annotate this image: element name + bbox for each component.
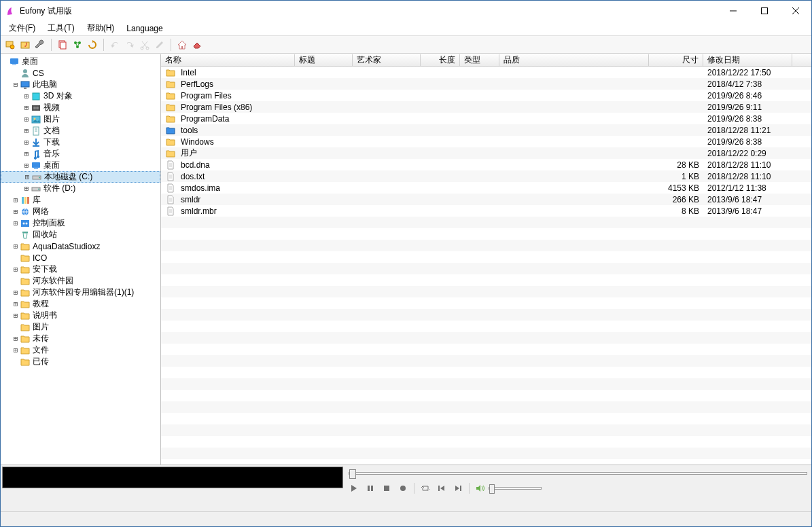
prev-button[interactable]: [436, 483, 447, 494]
file-list[interactable]: Intel2018/12/22 17:50PerfLogs2018/4/12 7…: [161, 67, 811, 465]
col-header-artist[interactable]: 艺术家: [353, 54, 421, 66]
tb-undo-icon[interactable]: [108, 38, 122, 52]
tree-node[interactable]: ·图片: [1, 321, 160, 333]
menu-language[interactable]: Language: [121, 22, 168, 35]
tree-node[interactable]: ·回收站: [1, 229, 160, 240]
expand-icon[interactable]: ⊞: [22, 138, 31, 147]
menu-help[interactable]: 帮助(H): [82, 21, 120, 35]
stop-button[interactable]: [381, 483, 392, 494]
file-row[interactable]: smldr266 KB2013/9/6 18:47: [161, 194, 811, 205]
close-button[interactable]: [780, 1, 811, 21]
expand-icon[interactable]: ⊞: [12, 196, 20, 204]
file-row[interactable]: ProgramData2019/9/26 8:38: [161, 113, 811, 124]
next-button[interactable]: [453, 483, 463, 494]
tree-node[interactable]: ⊞教程: [1, 298, 160, 310]
expand-icon[interactable]: ⊞: [12, 265, 20, 274]
tb-refresh-icon[interactable]: [86, 38, 99, 52]
tb-music-folder-icon[interactable]: ♪: [18, 38, 32, 52]
tree-node[interactable]: ⊞库: [1, 194, 160, 206]
tb-playlist-icon[interactable]: [3, 38, 17, 52]
col-header-quality[interactable]: 品质: [499, 54, 649, 66]
tree-node[interactable]: ⊞软件 (D:): [1, 183, 160, 194]
tree-node[interactable]: ⊞图片: [1, 113, 160, 125]
expand-icon[interactable]: ⊞: [12, 242, 20, 251]
tree-node[interactable]: ⊞说明书: [1, 310, 160, 321]
tree-node[interactable]: ⊞控制面板: [1, 217, 160, 229]
expand-icon[interactable]: ⊞: [22, 92, 31, 101]
volume-slider[interactable]: [489, 487, 542, 490]
file-row[interactable]: tools2018/12/28 11:21: [161, 124, 811, 136]
file-row[interactable]: 用户2018/12/22 0:29: [161, 147, 811, 159]
expand-icon[interactable]: ⊞: [12, 288, 20, 297]
expand-icon[interactable]: ⊞: [12, 207, 20, 216]
col-header-type[interactable]: 类型: [460, 54, 499, 66]
file-row[interactable]: Intel2018/12/22 17:50: [161, 67, 811, 78]
file-row[interactable]: Program Files2019/9/26 8:46: [161, 90, 811, 101]
tree-node[interactable]: ·桌面: [1, 56, 160, 67]
file-row[interactable]: Windows2019/9/26 8:38: [161, 136, 811, 147]
tree-node[interactable]: ·CS: [1, 67, 160, 79]
tree-node[interactable]: ⊟此电脑: [1, 79, 160, 90]
tree-node[interactable]: ⊞音乐: [1, 148, 160, 160]
tree-node[interactable]: ⊞安下载: [1, 264, 160, 275]
tree-node[interactable]: ⊞网络: [1, 206, 160, 217]
expand-icon[interactable]: ⊞: [12, 311, 20, 320]
seek-bar[interactable]: [349, 468, 807, 479]
tree-node[interactable]: ⊞下载: [1, 137, 160, 148]
tb-home-icon[interactable]: [175, 38, 189, 52]
tree-node[interactable]: ⊞文件: [1, 344, 160, 356]
record-button[interactable]: [398, 483, 408, 494]
tb-eraser-icon[interactable]: [190, 38, 204, 52]
repeat-button[interactable]: [420, 483, 431, 494]
expand-icon[interactable]: ⊞: [12, 346, 20, 355]
collapse-icon[interactable]: ⊟: [12, 80, 20, 89]
expand-icon[interactable]: ⊞: [22, 184, 31, 193]
tree-node[interactable]: ·ICO: [1, 252, 160, 264]
expand-icon[interactable]: ⊞: [23, 172, 31, 181]
col-header-date[interactable]: 修改日期: [703, 54, 792, 66]
tree-node[interactable]: ⊞视频: [1, 102, 160, 113]
minimize-button[interactable]: [718, 1, 749, 21]
tree-node[interactable]: ⊞桌面: [1, 160, 160, 171]
expand-icon[interactable]: ⊞: [22, 149, 31, 158]
menu-tools[interactable]: 工具(T): [42, 21, 80, 35]
file-row[interactable]: smdos.ima4153 KB2012/1/12 11:38: [161, 182, 811, 194]
expand-icon[interactable]: ⊞: [22, 103, 31, 112]
expand-icon[interactable]: ⊞: [12, 299, 20, 308]
file-row[interactable]: smldr.mbr8 KB2013/9/6 18:47: [161, 205, 811, 217]
volume-icon[interactable]: [475, 483, 486, 494]
col-header-title[interactable]: 标题: [295, 54, 353, 66]
expand-icon[interactable]: ⊞: [22, 161, 31, 170]
expand-icon[interactable]: ⊞: [22, 115, 31, 124]
tree-node[interactable]: ·河东软件园: [1, 275, 160, 287]
folder-icon: [20, 253, 31, 264]
expand-icon[interactable]: ⊞: [22, 126, 31, 135]
tree-node[interactable]: ⊞AquaDataStudioxz: [1, 240, 160, 252]
col-header-length[interactable]: 长度: [421, 54, 460, 66]
menu-file[interactable]: 文件(F): [3, 21, 41, 35]
tree-node[interactable]: ⊞3D 对象: [1, 90, 160, 102]
col-header-name[interactable]: 名称: [161, 54, 295, 66]
file-row[interactable]: Program Files (x86)2019/9/26 9:11: [161, 101, 811, 113]
file-row[interactable]: bcd.dna28 KB2018/12/28 11:10: [161, 159, 811, 170]
tree-node[interactable]: ⊞未传: [1, 333, 160, 344]
play-button[interactable]: [349, 483, 359, 494]
file-row[interactable]: dos.txt1 KB2018/12/28 11:10: [161, 170, 811, 182]
tb-cut-icon[interactable]: [138, 38, 152, 52]
tb-link-icon[interactable]: [71, 38, 84, 52]
expand-icon[interactable]: ⊞: [12, 219, 20, 228]
tree-node[interactable]: ⊞河东软件园专用编辑器(1)(1): [1, 287, 160, 298]
maximize-button[interactable]: [749, 1, 780, 21]
tb-edit-icon[interactable]: [153, 38, 166, 52]
tb-copy-icon[interactable]: [56, 38, 69, 52]
col-header-size[interactable]: 尺寸: [649, 54, 703, 66]
tb-redo-icon[interactable]: [123, 38, 137, 52]
tree-node[interactable]: ·已传: [1, 356, 160, 367]
tree-node[interactable]: ⊞文档: [1, 125, 160, 137]
tb-wrench-icon[interactable]: [33, 38, 47, 52]
file-row[interactable]: PerfLogs2018/4/12 7:38: [161, 78, 811, 90]
pause-button[interactable]: [365, 483, 376, 494]
folder-tree[interactable]: ·桌面·CS⊟此电脑⊞3D 对象⊞视频⊞图片⊞文档⊞下载⊞音乐⊞桌面⊞本地磁盘 …: [1, 54, 161, 465]
expand-icon[interactable]: ⊞: [12, 334, 20, 343]
tree-node[interactable]: ⊞本地磁盘 (C:): [1, 171, 160, 183]
